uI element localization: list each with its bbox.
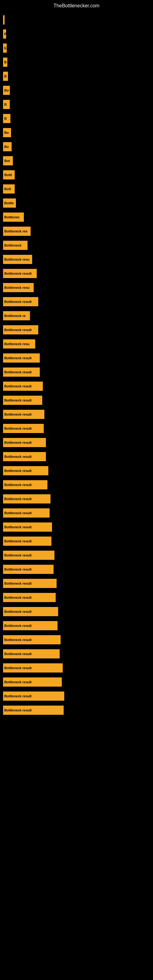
bar-item: Bottlenec xyxy=(3,213,24,222)
bar-row: Bottleneck result xyxy=(3,675,153,689)
bar-item: Bottleneck result xyxy=(3,325,38,334)
bar-row: Bottleneck result xyxy=(3,422,153,435)
bar-item: Bottleneck result xyxy=(3,607,58,616)
bar-row: Bottleneck result xyxy=(3,393,153,407)
bar-row: Bottleneck result xyxy=(3,379,153,393)
bar-item: Bottleneck result xyxy=(3,593,56,602)
bar-row: Bottleneck resu xyxy=(3,337,153,351)
bar-row: B xyxy=(3,56,153,69)
bar-item: Bottleneck result xyxy=(3,536,51,546)
bar-item: Bottleneck result xyxy=(3,438,46,447)
bar-row: Bottleneck result xyxy=(3,549,153,562)
bar-item: E xyxy=(3,43,7,52)
bar-item: Bottleneck result xyxy=(3,579,57,588)
bar-row: Bot xyxy=(3,154,153,167)
bar-row: Bott xyxy=(3,182,153,196)
bar-row: Bottleneck result xyxy=(3,478,153,492)
bar-item: Bottleneck result xyxy=(3,706,64,715)
bar-row: Bottleneck result xyxy=(3,633,153,646)
bar-item: Bottleneck result xyxy=(3,663,63,673)
bar-row: Bottleneck result xyxy=(3,661,153,675)
bar-row: Bottleneck result xyxy=(3,323,153,337)
bar-row: Bottleneck result xyxy=(3,450,153,463)
bar-item: Bottleneck result xyxy=(3,410,45,419)
bar-row: Bottleneck res xyxy=(3,224,153,238)
bar-item: B xyxy=(3,57,7,67)
bar-item: Bottleneck result xyxy=(3,649,60,659)
bar-item: Bottle xyxy=(3,199,16,208)
bar-row: Bo xyxy=(3,84,153,97)
bar-row: Bottleneck result xyxy=(3,577,153,590)
bar-item: Bottleneck xyxy=(3,241,27,250)
bar-row: | xyxy=(3,13,153,27)
bar-item: B xyxy=(3,100,10,109)
bar-item: Bottleneck result xyxy=(3,368,40,377)
bar-item: Bottleneck result xyxy=(3,466,48,475)
bar-item: B xyxy=(3,72,8,81)
bar-item: Bott xyxy=(3,185,15,194)
bar-row: Bottleneck result xyxy=(3,535,153,548)
bar-row: Bottleneck result xyxy=(3,619,153,632)
bar-item: Bottleneck result xyxy=(3,508,49,517)
bar-row: Bottleneck result xyxy=(3,351,153,365)
bar-item: Bottleneck result xyxy=(3,269,37,278)
bar-row: Bottleneck resu xyxy=(3,253,153,266)
bar-item: Bottl xyxy=(3,170,15,180)
bar-row: Bottleneck result xyxy=(3,295,153,309)
bar-row: Bottleneck result xyxy=(3,605,153,618)
bar-row: Bottleneck result xyxy=(3,703,153,717)
bar-row: Bottleneck result xyxy=(3,689,153,703)
bar-item: Bo xyxy=(3,86,10,95)
bar-row: Bottleneck result xyxy=(3,464,153,477)
bar-row: Bottle xyxy=(3,196,153,210)
bar-row: Bottleneck result xyxy=(3,436,153,449)
bar-item: Bottleneck result xyxy=(3,297,38,306)
bar-row: E xyxy=(3,41,153,55)
bar-item: Bottleneck result xyxy=(3,494,51,503)
bar-row: Bottlenec xyxy=(3,210,153,224)
bar-item: | xyxy=(3,15,5,24)
bar-row: Bo xyxy=(3,126,153,139)
bar-row: Bottleneck result xyxy=(3,267,153,280)
bar-item: Bottleneck result xyxy=(3,353,40,363)
bar-item: Bottleneck resu xyxy=(3,283,33,292)
bar-item: Bottleneck result xyxy=(3,396,42,405)
bar-row: Bottleneck result xyxy=(3,407,153,421)
bar-item: Bot xyxy=(3,156,13,165)
bar-row: Bottleneck result xyxy=(3,647,153,660)
bar-item: Bottleneck result xyxy=(3,424,44,433)
bar-row: B xyxy=(3,70,153,83)
bar-item: Bottleneck result xyxy=(3,678,62,687)
bar-item: P xyxy=(3,29,6,38)
bar-row: Bottleneck result xyxy=(3,591,153,604)
bar-item: Bottleneck re xyxy=(3,311,30,320)
bars-container: |PEBBBoBBBoBoBotBottlBottBottleBottlenec… xyxy=(0,10,153,718)
bar-row: Bottleneck xyxy=(3,239,153,252)
bar-row: Bottleneck re xyxy=(3,309,153,323)
bar-item: Bottleneck result xyxy=(3,621,57,630)
bar-item: Bottleneck result xyxy=(3,692,64,701)
bar-row: Bo xyxy=(3,140,153,153)
bar-row: Bottl xyxy=(3,168,153,181)
bar-item: Bo xyxy=(3,142,12,151)
bar-item: Bottleneck result xyxy=(3,550,54,560)
bar-row: Bottleneck result xyxy=(3,506,153,520)
bar-item: Bottleneck resu xyxy=(3,255,32,264)
bar-row: Bottleneck result xyxy=(3,365,153,379)
bar-row: Bottleneck result xyxy=(3,563,153,576)
bar-item: Bottleneck result xyxy=(3,480,48,489)
bar-item: Bo xyxy=(3,128,11,137)
bar-row: Bottleneck result xyxy=(3,492,153,506)
bar-row: Bottleneck result xyxy=(3,520,153,534)
bar-item: Bottleneck result xyxy=(3,452,46,461)
bar-item: Bottleneck result xyxy=(3,382,43,391)
bar-item: B xyxy=(3,114,10,123)
bar-row: B xyxy=(3,112,153,125)
bar-row: B xyxy=(3,98,153,111)
bar-item: Bottleneck result xyxy=(3,522,52,531)
bar-item: Bottleneck res xyxy=(3,227,30,236)
bar-row: P xyxy=(3,27,153,41)
bar-row: Bottleneck resu xyxy=(3,281,153,294)
bar-item: Bottleneck result xyxy=(3,635,61,644)
bar-item: Bottleneck result xyxy=(3,565,54,574)
